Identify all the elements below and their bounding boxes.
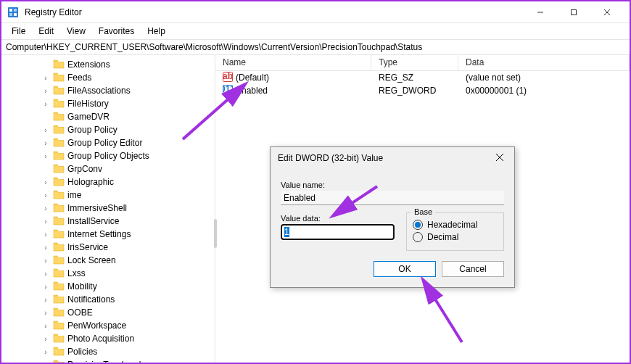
tree-item[interactable]: ›Lock Screen xyxy=(41,254,215,267)
chevron-icon[interactable]: › xyxy=(41,322,50,330)
value-name: (Default) xyxy=(236,73,269,83)
tree-item[interactable]: ›IrisService xyxy=(41,241,215,254)
menu-view[interactable]: View xyxy=(61,25,91,38)
folder-icon xyxy=(53,281,65,293)
tree-item[interactable]: ›Lxss xyxy=(41,267,215,280)
tree-item[interactable]: ›Holographic xyxy=(41,175,215,189)
chevron-icon[interactable]: › xyxy=(41,218,50,226)
folder-icon xyxy=(53,111,65,123)
chevron-icon[interactable]: › xyxy=(41,335,50,343)
maximize-button[interactable] xyxy=(557,2,590,22)
tree-item[interactable]: ›ImmersiveShell xyxy=(41,202,215,215)
chevron-icon[interactable]: › xyxy=(41,74,50,82)
tree-item-label: InstallService xyxy=(67,216,119,226)
dialog-titlebar[interactable]: Edit DWORD (32-bit) Value xyxy=(271,147,514,169)
chevron-icon[interactable]: ⌄ xyxy=(41,361,50,363)
folder-icon xyxy=(53,189,65,202)
tree-item[interactable]: ›FileHistory xyxy=(41,97,215,110)
tree-item-label: OOBE xyxy=(67,307,93,318)
tree-item[interactable]: ›Feeds xyxy=(41,71,215,84)
tree-item-label: ime xyxy=(67,190,81,200)
tree-item[interactable]: ›Photo Acquisition xyxy=(41,332,215,345)
col-type[interactable]: Type xyxy=(371,55,458,70)
svg-text:ab: ab xyxy=(223,72,233,81)
tree-item[interactable]: ›Policies xyxy=(41,345,215,358)
chevron-icon[interactable]: › xyxy=(41,283,50,291)
folder-icon xyxy=(53,150,65,162)
tree-item[interactable]: ⌄PrecisionTouchpad xyxy=(41,358,215,363)
chevron-icon[interactable]: › xyxy=(41,257,50,265)
tree-item[interactable]: ›InstallService xyxy=(41,215,215,228)
tree-pane[interactable]: Extensions›Feeds›FileAssociations›FileHi… xyxy=(1,55,215,363)
tree-item-label: Group Policy Editor xyxy=(67,138,142,148)
minimize-button[interactable] xyxy=(524,2,557,22)
value-data: (value not set) xyxy=(458,73,630,83)
radio-hexadecimal[interactable]: Hexadecimal xyxy=(413,220,498,230)
dialog-close-icon[interactable] xyxy=(492,153,507,164)
tree-item[interactable]: ›PenWorkspace xyxy=(41,319,215,332)
valuedata-input[interactable] xyxy=(281,224,395,240)
tree-item[interactable]: ›Notifications xyxy=(41,293,215,306)
splitter-handle[interactable] xyxy=(214,219,217,248)
value-type: REG_DWORD xyxy=(371,86,458,96)
tree-item[interactable]: GrpConv xyxy=(41,162,215,175)
folder-icon xyxy=(53,346,65,358)
chevron-icon[interactable]: › xyxy=(41,178,50,186)
svg-rect-6 xyxy=(572,9,577,15)
menu-edit[interactable]: Edit xyxy=(33,25,59,38)
chevron-icon[interactable]: › xyxy=(41,270,50,278)
tree-item-label: Photo Acquisition xyxy=(67,334,134,344)
chevron-icon[interactable]: › xyxy=(41,231,50,239)
chevron-icon[interactable]: › xyxy=(41,126,50,134)
folder-icon xyxy=(53,241,65,254)
tree-item[interactable]: Extensions xyxy=(41,58,215,71)
folder-icon xyxy=(53,72,65,84)
menu-file[interactable]: File xyxy=(6,25,31,38)
folder-icon xyxy=(53,215,65,228)
chevron-icon[interactable]: › xyxy=(41,348,50,356)
menu-favorites[interactable]: Favorites xyxy=(93,25,140,38)
cancel-button[interactable]: Cancel xyxy=(442,261,504,277)
titlebar: Registry Editor xyxy=(1,1,630,23)
list-row[interactable]: ab(Default)REG_SZ(value not set) xyxy=(215,71,630,84)
radio-dot-icon xyxy=(413,232,423,242)
chevron-icon[interactable]: › xyxy=(41,309,50,317)
tree-item[interactable]: ›Internet Settings xyxy=(41,228,215,241)
chevron-icon[interactable]: › xyxy=(41,139,50,147)
dialog-title: Edit DWORD (32-bit) Value xyxy=(278,153,383,163)
chevron-icon[interactable]: › xyxy=(41,100,50,108)
tree-item-label: Group Policy xyxy=(67,125,117,135)
tree-item[interactable]: ›FileAssociations xyxy=(41,84,215,97)
chevron-icon[interactable]: › xyxy=(41,87,50,95)
svg-rect-2 xyxy=(14,9,17,12)
radio-hex-label: Hexadecimal xyxy=(427,220,477,230)
tree-item[interactable]: ›Group Policy Objects xyxy=(41,149,215,162)
tree-item[interactable]: GameDVR xyxy=(41,110,215,123)
tree-item[interactable]: ›Group Policy Editor xyxy=(41,136,215,149)
close-button[interactable] xyxy=(590,2,624,22)
col-data[interactable]: Data xyxy=(458,55,630,70)
tree-item-label: GrpConv xyxy=(67,164,102,174)
tree-item-label: Feeds xyxy=(67,73,91,83)
chevron-icon[interactable]: › xyxy=(41,204,50,212)
ok-button[interactable]: OK xyxy=(374,261,436,277)
chevron-icon[interactable]: › xyxy=(41,296,50,304)
chevron-icon[interactable]: › xyxy=(41,152,50,160)
folder-icon xyxy=(53,59,65,71)
radio-decimal[interactable]: Decimal xyxy=(413,232,498,242)
col-name[interactable]: Name xyxy=(215,55,371,70)
tree-item-label: Internet Settings xyxy=(67,229,131,239)
list-row[interactable]: 011EnabledREG_DWORD0x00000001 (1) xyxy=(215,84,630,97)
chevron-icon[interactable]: › xyxy=(41,244,50,252)
radio-dec-label: Decimal xyxy=(427,232,458,242)
menu-help[interactable]: Help xyxy=(141,25,171,38)
edit-dword-dialog: Edit DWORD (32-bit) Value Value name: Va… xyxy=(270,146,515,288)
tree-item[interactable]: ›ime xyxy=(41,189,215,202)
address-bar[interactable]: Computer\HKEY_CURRENT_USER\Software\Micr… xyxy=(1,39,630,55)
tree-item[interactable]: ›Group Policy xyxy=(41,123,215,136)
valuename-input[interactable] xyxy=(281,191,504,205)
tree-item[interactable]: ›Mobility xyxy=(41,280,215,293)
chevron-icon[interactable]: › xyxy=(41,191,50,199)
folder-icon xyxy=(53,137,65,149)
tree-item[interactable]: ›OOBE xyxy=(41,306,215,319)
